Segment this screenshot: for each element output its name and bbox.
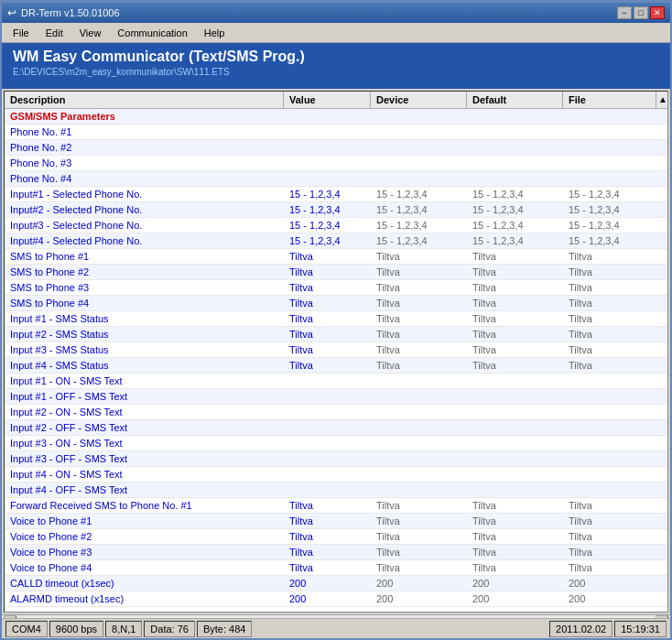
cell-device (371, 451, 467, 466)
col-default[interactable]: Default (467, 92, 563, 108)
cell-file: Tiltva (563, 342, 667, 357)
table-row[interactable]: Input#3 - Selected Phone No. 15 - 1,2,3,… (5, 218, 667, 233)
cell-default: Tiltva (467, 249, 563, 264)
table-row[interactable]: Input #2 - OFF - SMS Text (5, 420, 667, 436)
cell-file (563, 109, 667, 124)
table-row[interactable]: SMS to Phone #4 Tiltva Tiltva Tiltva Til… (5, 296, 667, 311)
table-row[interactable]: ALARMD timeout (x1sec) 200 200 200 200 (5, 591, 667, 607)
cell-description: Voice to Phone #3 (5, 545, 284, 559)
cell-description: SMS to Phone #1 (5, 249, 284, 264)
cell-default: Tiltva (467, 327, 563, 342)
table-row[interactable]: Input #3 - OFF - SMS Text (5, 451, 667, 467)
cell-default: Tiltva (467, 358, 563, 373)
table-row[interactable]: Voice to Phone #1 Tiltva Tiltva Tiltva T… (5, 514, 667, 529)
cell-default: 15 - 1,2,3,4 (467, 233, 563, 248)
status-date: 2011.02.02 (549, 621, 612, 637)
app-title: WM Easy Communicator (Text/SMS Prog.) (13, 49, 659, 65)
cell-device (371, 374, 467, 388)
table-row[interactable]: Input #3 - ON - SMS Text (5, 436, 667, 451)
col-value[interactable]: Value (284, 92, 371, 108)
menu-file[interactable]: File (5, 26, 37, 40)
cell-value: Tiltva (284, 265, 371, 279)
table-row[interactable]: GSM/SMS Parameters (5, 109, 667, 125)
cell-file (563, 125, 667, 139)
cell-file (563, 171, 667, 186)
cell-description: Input #4 - OFF - SMS Text (5, 483, 284, 497)
cell-value (284, 109, 371, 124)
cell-file: 15 - 1,2,3,4 (563, 187, 667, 201)
cell-default: 15 - 1,2,3,4 (467, 202, 563, 217)
table-row[interactable]: Forward Received SMS to Phone No. #1 Til… (5, 498, 667, 514)
menu-communication[interactable]: Communication (110, 26, 194, 40)
close-button[interactable]: ✕ (650, 6, 665, 19)
cell-description: Input #3 - OFF - SMS Text (5, 451, 284, 466)
col-device[interactable]: Device (371, 92, 467, 108)
cell-default: Tiltva (467, 265, 563, 279)
cell-device: Tiltva (371, 327, 467, 342)
cell-device (371, 405, 467, 419)
table-row[interactable]: Voice to Phone #3 Tiltva Tiltva Tiltva T… (5, 545, 667, 560)
cell-value: 15 - 1,2,3,4 (284, 187, 371, 201)
table-row[interactable]: CALLD timeout (x1sec) 200 200 200 200 (5, 576, 667, 591)
table-row[interactable]: Input #4 - OFF - SMS Text (5, 483, 667, 498)
menu-view[interactable]: View (72, 26, 109, 40)
table-row[interactable]: Phone No. #3 (5, 156, 667, 171)
cell-value (284, 171, 371, 186)
cell-value: 200 (284, 576, 371, 591)
cell-file: Tiltva (563, 327, 667, 342)
table-row[interactable]: Voice to Phone #2 Tiltva Tiltva Tiltva T… (5, 529, 667, 545)
menu-edit[interactable]: Edit (38, 26, 70, 40)
cell-description: Voice to Phone #1 (5, 514, 284, 528)
cell-default (467, 140, 563, 155)
cell-device: Tiltva (371, 358, 467, 373)
table-row[interactable]: Input#2 - Selected Phone No. 15 - 1,2,3,… (5, 202, 667, 218)
cell-device: Tiltva (371, 342, 467, 357)
col-description[interactable]: Description (5, 92, 284, 108)
table-row[interactable]: Input #2 - ON - SMS Text (5, 405, 667, 420)
cell-value (284, 374, 371, 388)
cell-device: Tiltva (371, 280, 467, 295)
table-row[interactable]: SMS to Phone #2 Tiltva Tiltva Tiltva Til… (5, 265, 667, 280)
table-row[interactable]: Phone No. #2 (5, 140, 667, 156)
table-body[interactable]: GSM/SMS Parameters Phone No. #1 Phone No… (5, 109, 667, 612)
maximize-button[interactable]: □ (634, 6, 648, 19)
table-row[interactable]: Voice to Phone #4 Tiltva Tiltva Tiltva T… (5, 560, 667, 576)
cell-file: 15 - 1,2,3,4 (563, 218, 667, 233)
cell-description: Input#2 - Selected Phone No. (5, 202, 284, 217)
table-row[interactable]: Input #1 - ON - SMS Text (5, 374, 667, 389)
cell-device: 15 - 1,2,3,4 (371, 218, 467, 233)
cell-file: 200 (563, 591, 667, 606)
cell-file: Tiltva (563, 249, 667, 264)
main-table: Description Value Device Default File ▲ … (4, 91, 668, 613)
cell-description: Input #4 - ON - SMS Text (5, 467, 284, 482)
cell-default (467, 156, 563, 170)
cell-default (467, 467, 563, 482)
table-row[interactable]: Phone No. #4 (5, 171, 667, 187)
cell-value: Tiltva (284, 498, 371, 513)
table-row[interactable]: Input #2 - SMS Status Tiltva Tiltva Tilt… (5, 327, 667, 342)
table-row[interactable]: Input #4 - SMS Status Tiltva Tiltva Tilt… (5, 358, 667, 374)
cell-description: Forward Received SMS to Phone No. #1 (5, 498, 284, 513)
table-row[interactable]: SMS to Phone #1 Tiltva Tiltva Tiltva Til… (5, 249, 667, 265)
cell-default (467, 171, 563, 186)
table-row[interactable]: Input #1 - OFF - SMS Text (5, 389, 667, 405)
table-row[interactable]: Phone No. #1 (5, 125, 667, 140)
table-row[interactable]: Input#1 - Selected Phone No. 15 - 1,2,3,… (5, 187, 667, 202)
cell-value: Tiltva (284, 249, 371, 264)
cell-default: Tiltva (467, 560, 563, 575)
table-row[interactable]: Input #1 - SMS Status Tiltva Tiltva Tilt… (5, 311, 667, 327)
minimize-button[interactable]: − (617, 6, 632, 19)
window-title: DR-Term v1.50.01006 (21, 7, 120, 18)
cell-value: Tiltva (284, 280, 371, 295)
table-row[interactable]: Input #3 - SMS Status Tiltva Tiltva Tilt… (5, 342, 667, 358)
table-row[interactable]: Input#4 - Selected Phone No. 15 - 1,2,3,… (5, 233, 667, 249)
cell-default: 200 (467, 576, 563, 591)
menu-help[interactable]: Help (197, 26, 233, 40)
cell-description: CALLD timeout (x1sec) (5, 576, 284, 591)
cell-device: Tiltva (371, 498, 467, 513)
cell-file: Tiltva (563, 280, 667, 295)
col-file[interactable]: File (563, 92, 656, 108)
cell-value: Tiltva (284, 358, 371, 373)
table-row[interactable]: Input #4 - ON - SMS Text (5, 467, 667, 483)
table-row[interactable]: SMS to Phone #3 Tiltva Tiltva Tiltva Til… (5, 280, 667, 296)
